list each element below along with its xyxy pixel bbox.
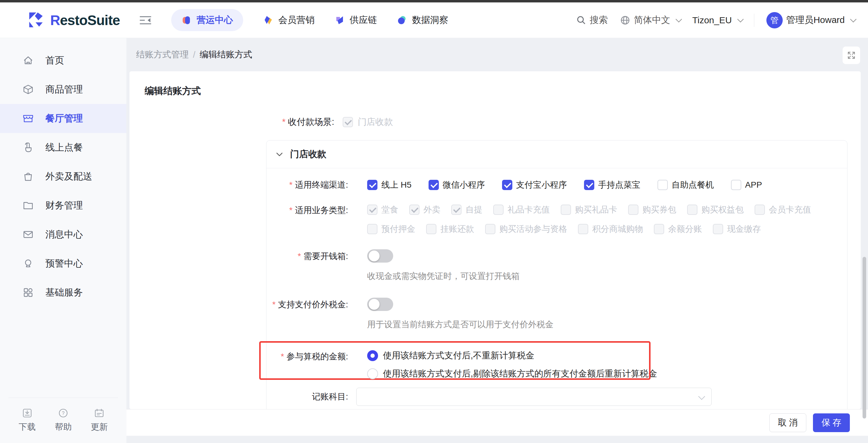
checkbox-icon [429,180,439,190]
cash-drawer-toggle[interactable] [367,249,393,263]
checkbox-icon [426,224,436,234]
payment-scene-label: *收付款场景: [145,116,334,128]
tax-amount-option-no-recalc[interactable]: 使用该结账方式支付后,不重新计算税金 [367,350,657,362]
scrollbar-thumb[interactable] [863,257,866,418]
search-button[interactable]: 搜索 [577,14,608,26]
checkbox-icon [367,180,377,190]
nav-tab-data-insight[interactable]: 数据洞察 [397,14,448,26]
language-switcher[interactable]: 简体中文 [620,14,680,26]
breadcrumb-parent-link[interactable]: 结账方式管理 [136,49,189,61]
extra-tax-toggle[interactable] [367,298,393,311]
primary-nav: 营运中心 会员营销 供应链 [171,9,448,31]
grid-icon [22,287,34,298]
business-option-buy-coupon-pack: 购买券包 [628,204,676,215]
tax-amount-option-recalc-excluding[interactable]: 使用该结账方式支付后,剔除该结账方式的所有支付金额后重新计算税金 [367,368,657,380]
checkbox-icon [687,205,698,215]
required-mark: * [289,205,292,215]
help-button[interactable]: ? 帮助 [55,408,72,433]
main-content: 结账方式管理 / 编辑结账方式 编辑结账方式 *收付款场景: 门店收款 [126,38,868,443]
terminal-option-kiosk[interactable]: 自助点餐机 [657,179,714,191]
form-action-bar: 取 消 保 存 [126,409,868,436]
checkbox-icon [654,224,664,234]
operations-icon [182,15,192,25]
terminal-option-wechat-mini[interactable]: 微信小程序 [429,179,485,191]
sidebar-item-finance[interactable]: 财务管理 [0,191,126,220]
org-switcher[interactable]: Tizon_EU [692,15,742,25]
update-icon [94,408,104,418]
breadcrumb-current: 编辑结账方式 [199,49,252,61]
user-menu[interactable]: 管 管理员Howard [766,12,855,28]
checkbox-icon [561,205,571,215]
business-option-balance-split: 余额分账 [654,223,702,235]
sidebar-item-messages[interactable]: 消息中心 [0,220,126,249]
panel-header[interactable]: 门店收款 [267,140,847,168]
update-button[interactable]: 更新 [91,408,108,433]
envelope-icon [22,229,34,240]
business-option-activity-qualification: 购买活动参与资格 [485,223,567,235]
terminal-option-handheld[interactable]: 手持点菜宝 [584,179,641,191]
business-option-giftcard-topup: 礼品卡充值 [493,204,550,215]
checkbox-icon [584,180,594,190]
checkbox-icon [731,180,741,190]
sidebar-item-products[interactable]: 商品管理 [0,75,126,104]
checkbox-icon [409,205,420,215]
menu-fold-icon [139,15,152,26]
sidebar-item-restaurant[interactable]: 餐厅管理 [0,104,126,133]
cash-drawer-hint: 收现金或需实物凭证时，可设置打开钱箱 [367,270,520,282]
home-icon [22,55,34,66]
payment-scene-row: *收付款场景: 门店收款 [145,116,861,128]
chevron-down-icon [698,393,705,400]
sidebar-item-home[interactable]: 首页 [0,46,126,75]
nav-tab-member-marketing[interactable]: 会员营销 [263,14,314,26]
extra-tax-row: *支持支付价外税金: 用于设置当前结账方式是否可以用于支付价外税金 [267,298,847,330]
checkbox-icon [451,205,462,215]
sidebar-item-alerts[interactable]: 预警中心 [0,249,126,278]
business-type-row: *适用业务类型: 堂食 外卖 自提 礼品卡充值 购买礼品卡 购买券包 购买权益包 [267,204,847,235]
business-option-pickup: 自提 [451,204,483,215]
terminal-option-alipay-mini[interactable]: 支付宝小程序 [502,179,567,191]
alert-lamp-icon [22,258,34,269]
cash-drawer-row: *需要开钱箱: 收现金或需实物凭证时，可设置打开钱箱 [267,249,847,282]
brand-logo: RestoSuite [28,12,120,29]
header-right-cluster: 搜索 简体中文 Tizon_EU 管 管理员 [577,12,855,28]
folder-icon [22,200,34,211]
top-header: RestoSuite 营运中心 [0,2,868,38]
download-button[interactable]: 下载 [19,408,36,433]
help-icon: ? [58,408,68,418]
checkbox-icon [628,205,639,215]
search-icon [577,15,586,25]
business-option-buy-giftcard: 购买礼品卡 [561,204,617,215]
accounting-subject-select[interactable] [356,388,712,406]
business-option-points-mall: 积分商城购物 [578,223,643,235]
member-marketing-icon [263,15,273,25]
data-insight-icon [397,15,407,25]
nav-tab-operations[interactable]: 营运中心 [171,9,243,31]
fullscreen-button[interactable] [843,46,860,64]
extra-tax-hint: 用于设置当前结账方式是否可以用于支付价外税金 [367,319,554,330]
checkbox-icon [657,180,668,190]
sidebar-item-online-ordering[interactable]: 线上点餐 [0,133,126,162]
store-collection-panel: 门店收款 *适用终端渠道: 线上 H5 微信小程序 支付宝小程序 手持点菜宝 自… [266,140,847,409]
page-title: 编辑结账方式 [145,84,861,97]
terminal-option-app[interactable]: APP [731,180,762,190]
cancel-button[interactable]: 取 消 [769,413,806,432]
business-option-credit-repay: 挂账还款 [426,223,474,235]
sidebar-item-basic-services[interactable]: 基础服务 [0,278,126,307]
bottom-gap [126,436,868,443]
tax-amount-row: *参与算税的金额: 使用该结账方式支付后,不重新计算税金 使用该结账方式支付后,… [267,350,847,380]
checkbox-icon [754,205,765,215]
svg-text:?: ? [62,411,65,416]
sidebar: 首页 商品管理 餐厅管理 线上点餐 外卖及配送 财务管理 [0,38,126,443]
business-option-membercard-topup: 会员卡充值 [754,204,811,215]
app-window: RestoSuite 营运中心 [0,0,868,443]
business-option-deposit: 预付押金 [367,223,415,235]
save-button[interactable]: 保 存 [813,413,850,432]
sidebar-item-delivery[interactable]: 外卖及配送 [0,162,126,191]
sidebar-collapse-button[interactable] [139,15,152,26]
terminal-option-online-h5[interactable]: 线上 H5 [367,179,412,191]
checkbox-icon [367,205,377,215]
nav-tab-supply-chain[interactable]: 供应链 [335,14,377,26]
checkbox-icon [713,224,723,234]
tap-hand-icon [22,142,34,153]
browser-chrome-strip [0,0,868,2]
